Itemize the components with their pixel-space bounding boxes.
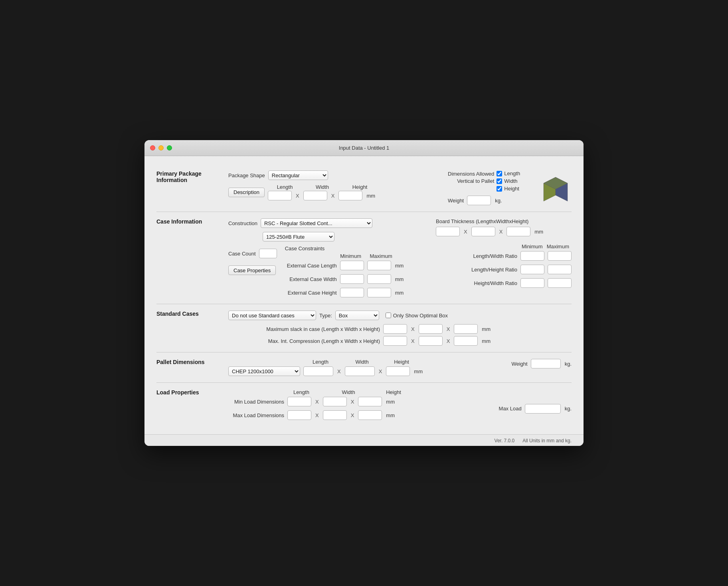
ext-length-min-input[interactable]: 50 (340, 261, 364, 270)
check-height-label: Height (504, 186, 519, 192)
lw-max-input[interactable]: 3 (548, 251, 572, 261)
max-h-input[interactable]: 1345 (358, 410, 382, 420)
x-sep-2: X (331, 193, 335, 199)
board-h-input[interactable]: 12.70 (506, 227, 530, 236)
only-optimal-check[interactable] (386, 313, 391, 318)
pkg-height-input[interactable]: 175 (338, 191, 362, 200)
max-int-h-input[interactable]: 0 (454, 336, 478, 346)
maximum-label: Maximum (367, 253, 395, 259)
ext-height-label: External Case Height (285, 290, 337, 296)
check-width[interactable] (497, 178, 502, 184)
case-properties-button[interactable]: Case Properties (228, 265, 276, 275)
case-count-label: Case Count (228, 251, 256, 257)
max-w-input[interactable]: 1000 (323, 410, 347, 420)
max-slack-l-input[interactable]: 25 (383, 324, 407, 334)
ext-width-label: External Case Width (285, 276, 337, 282)
ext-width-unit: mm (395, 276, 404, 282)
pallet-select[interactable]: CHEP 1200x1000 (228, 366, 300, 376)
titlebar: Input Data - Untitled 1 (144, 140, 584, 156)
x-sep-1: X (296, 193, 299, 199)
close-button[interactable] (150, 145, 155, 150)
type-select[interactable]: Box (335, 311, 379, 320)
height-col-label: Height (348, 184, 372, 190)
lw-min-input[interactable]: 1 (520, 251, 544, 261)
pallet-l-input[interactable]: 1200 (303, 366, 333, 376)
width-col-label: Width (311, 184, 334, 190)
int-x1: X (411, 338, 415, 344)
board-thickness-label: Board Thickness (LengthxWidthxHeight) (436, 218, 572, 224)
max-slack-h-input[interactable]: 25 (454, 324, 478, 334)
pkg-weight-unit: kg. (495, 198, 502, 204)
ext-height-min-input[interactable]: 50 (340, 288, 364, 297)
max-int-l-input[interactable]: 0 (383, 336, 407, 346)
case-information-title: Case Information (156, 218, 220, 225)
case-count-input[interactable]: 6 (259, 249, 277, 258)
check-width-label: Width (504, 178, 517, 184)
ext-length-max-input[interactable]: 600 (367, 261, 391, 270)
hw-min-input[interactable]: 0.5 (520, 278, 544, 288)
construction-select[interactable]: RSC - Regular Slotted Cont... (261, 218, 372, 228)
pallet-weight-input[interactable]: 30 (531, 359, 561, 368)
pkg-weight-label: Weight (448, 198, 464, 204)
min-l-input[interactable]: 500 (287, 397, 311, 406)
pallet-length-lbl: Length (307, 359, 334, 365)
min-load-unit: mm (386, 399, 395, 405)
max-slack-w-input[interactable]: 25 (419, 324, 443, 334)
hw-ratio-label: Height/Width Ratio (474, 280, 517, 286)
load-width-lbl: Width (334, 389, 362, 395)
type-label: Type: (319, 313, 332, 319)
pkg-width-input[interactable]: 113 (303, 191, 327, 200)
lh-min-input[interactable]: 0.5 (520, 265, 544, 274)
check-height[interactable] (497, 186, 502, 192)
minimum-label: Minimum (337, 253, 365, 259)
ratio-min-label: Minimum (522, 244, 543, 249)
pallet-dimensions-section: Pallet Dimensions Length Width Height CH… (156, 352, 572, 383)
max-int-label: Max. Int. Compression (Length x Width x … (228, 338, 380, 344)
board-w-input[interactable]: 6.35 (471, 227, 495, 236)
load-length-lbl: Length (287, 389, 315, 395)
ext-height-max-input[interactable]: 600 (367, 288, 391, 297)
max-l-input[interactable]: 1200 (287, 410, 311, 420)
max-int-unit: mm (482, 338, 491, 344)
pkg-dim-unit: mm (366, 193, 375, 199)
minimize-button[interactable] (158, 145, 164, 150)
ext-width-min-input[interactable]: 50 (340, 274, 364, 284)
pkg-length-input[interactable]: 128 (268, 191, 292, 200)
load-properties-section: Load Properties Length Width Height Min … (156, 383, 572, 426)
standard-cases-select[interactable]: Do not use Standard cases (228, 311, 316, 320)
flute-select[interactable]: 125-250#B Flute (263, 232, 334, 242)
pallet-weight-label: Weight (511, 361, 527, 367)
max-int-w-input[interactable]: 0 (419, 336, 443, 346)
load-height-lbl: Height (382, 389, 406, 395)
max-load-input[interactable]: 1500 (525, 404, 561, 414)
board-x2: X (499, 229, 503, 235)
standard-cases-title: Standard Cases (156, 311, 220, 317)
dimensions-allowed-label: Dimensions Allowed Vertical to Pallet (448, 170, 494, 185)
pkg-weight-input[interactable]: 1 (467, 196, 491, 205)
min-h-input[interactable]: 200 (358, 397, 382, 406)
hw-max-input[interactable]: 3 (548, 278, 572, 288)
board-l-input[interactable]: 6.35 (436, 227, 460, 236)
maximize-button[interactable] (167, 145, 172, 150)
version-text: Ver. 7.0.0 (495, 438, 515, 443)
pallet-height-lbl: Height (390, 359, 413, 365)
package-shape-select[interactable]: Rectangular (268, 170, 328, 180)
ext-width-max-input[interactable]: 600 (367, 274, 391, 284)
max-load-weight-unit: kg. (565, 406, 572, 412)
lh-ratio-label: Length/Height Ratio (471, 267, 517, 273)
pallet-x1: X (337, 368, 341, 374)
check-length[interactable] (497, 171, 502, 176)
description-button[interactable]: Description (228, 188, 265, 197)
standard-cases-section: Standard Cases Do not use Standard cases… (156, 304, 572, 352)
max-slack-label: Maximum slack in case (Length x Width x … (228, 326, 380, 332)
only-optimal-label: Only Show Optimal Box (393, 313, 448, 319)
pallet-h-input[interactable]: 145 (386, 366, 410, 376)
minload-x2: X (351, 399, 354, 405)
ext-length-unit: mm (395, 263, 404, 269)
max-load-unit: mm (386, 412, 395, 418)
pallet-w-input[interactable]: 1000 (345, 366, 375, 376)
package-shape-label: Package Shape (228, 172, 265, 178)
lh-max-input[interactable]: 3 (548, 265, 572, 274)
min-w-input[interactable]: 500 (323, 397, 347, 406)
pallet-unit: mm (414, 368, 423, 374)
